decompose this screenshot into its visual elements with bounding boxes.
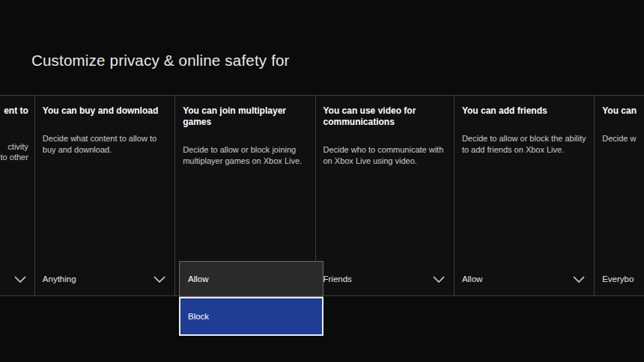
setting-card-buy-download: You can buy and download Decide what con… (35, 96, 175, 295)
card-title: You can add friends (462, 105, 586, 117)
page-title: Customize privacy & online safety for (31, 52, 290, 70)
dropdown-select-video[interactable]: Friends (316, 263, 454, 295)
card-body: ent to ctivity to other (0, 96, 34, 263)
chevron-down-icon (573, 276, 585, 283)
dropdown-value: Friends (323, 274, 352, 283)
dropdown-select-partial-right[interactable]: Everybo (595, 263, 644, 295)
dropdown-value: Allow (462, 274, 482, 283)
chevron-down-icon (433, 276, 445, 283)
setting-card-video-communications: You can use video for communications Dec… (316, 96, 455, 295)
card-title: You can buy and download (43, 105, 167, 117)
card-title: You can join multiplayer games (183, 105, 307, 128)
card-body: You can join multiplayer games Decide to… (175, 96, 315, 263)
card-title-fragment: ent to (4, 105, 28, 116)
card-description: Decide what content to allow to buy and … (43, 133, 167, 155)
card-description-fragment: Decide w (602, 133, 637, 144)
card-description: Decide who to communicate with on Xbox L… (323, 144, 446, 166)
xbox-privacy-settings-screen: Customize privacy & online safety for en… (0, 0, 644, 362)
dropdown-option-allow[interactable]: Allow (179, 261, 323, 297)
chevron-down-icon (14, 276, 26, 283)
card-description-fragment: to other (1, 153, 28, 162)
setting-card-add-friends: You can add friends Decide to allow or b… (455, 96, 595, 295)
dropdown-option-block[interactable]: Block (179, 297, 323, 336)
card-description-fragment: ctivity (7, 142, 28, 151)
dropdown-select-add-friends[interactable]: Allow (455, 263, 594, 295)
card-body: You can buy and download Decide what con… (35, 96, 174, 263)
dropdown-select-buy-download[interactable]: Anything (35, 263, 174, 295)
chevron-down-icon (154, 276, 165, 283)
dropdown-select-partial-left[interactable] (0, 263, 34, 295)
dropdown-value: Everybo (602, 274, 634, 283)
card-description: Decide to allow or block the ability to … (462, 133, 586, 155)
card-body: You can use video for communications Dec… (316, 96, 454, 263)
card-title-fragment: You can (602, 105, 637, 117)
card-body: You can add friends Decide to allow or b… (455, 96, 594, 263)
card-description: Decide to allow or block joining multipl… (183, 144, 307, 166)
dropdown-value: Anything (43, 274, 76, 283)
card-body: You can Decide w (595, 96, 644, 263)
dropdown-listbox-multiplayer: Allow Block (179, 261, 323, 336)
card-title: You can use video for communications (323, 105, 446, 128)
setting-card-partial-right: You can Decide w Everybo (595, 96, 644, 295)
setting-card-partial-left: ent to ctivity to other (0, 96, 35, 295)
